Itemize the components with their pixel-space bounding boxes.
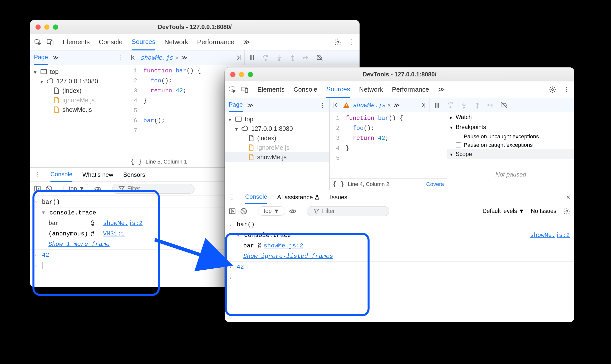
code-editor[interactable]: 12345 function bar() { foo(); return 42;… (330, 112, 447, 178)
drawer-tab-console[interactable]: Console (50, 168, 72, 182)
close-window[interactable] (35, 24, 41, 30)
step-into-icon[interactable] (460, 101, 468, 109)
console-filter[interactable]: Filter (112, 184, 195, 194)
device-toggle-icon[interactable] (240, 84, 250, 95)
tab-performance[interactable]: Performance (392, 81, 429, 98)
drawer-kebab-icon[interactable]: ⋮ (34, 171, 40, 179)
deactivate-breakpoints-icon[interactable] (316, 54, 324, 62)
source-link[interactable]: VM31:1 (103, 230, 125, 237)
live-expression-icon[interactable] (94, 185, 102, 193)
step-out-icon[interactable] (473, 101, 481, 109)
more-tabs-icon[interactable]: ≫ (438, 81, 445, 98)
pretty-print-icon[interactable]: { } (333, 181, 344, 188)
navigator-more-icon[interactable]: ≫ (52, 54, 59, 61)
nav-next-icon[interactable] (419, 101, 427, 109)
coverage-link[interactable]: Covera (426, 181, 444, 187)
tab-console[interactable]: Console (99, 34, 122, 50)
pause-caught-checkbox[interactable]: Pause on caught exceptions (447, 141, 574, 149)
tab-network[interactable]: Network (359, 81, 383, 98)
kebab-icon[interactable]: ⋮ (347, 37, 357, 47)
pause-icon[interactable] (433, 101, 441, 109)
step-icon[interactable] (302, 54, 310, 62)
tab-elements[interactable]: Elements (63, 34, 90, 50)
navigator-kebab-icon[interactable]: ⋮ (319, 102, 325, 109)
drawer-kebab-icon[interactable]: ⋮ (229, 193, 235, 201)
gear-icon[interactable] (547, 84, 558, 95)
open-file-tab[interactable]: showMe.js (353, 102, 385, 109)
navigator-tab-page[interactable]: Page (34, 50, 48, 65)
code-lines[interactable]: function bar() { foo(); return 42;}bar()… (140, 66, 201, 156)
source-link[interactable]: showMe.js:2 (103, 220, 143, 227)
console-settings-icon[interactable] (563, 207, 571, 215)
navigator-tab-page[interactable]: Page (229, 98, 243, 112)
inspect-icon[interactable] (227, 84, 238, 95)
step-over-icon[interactable] (446, 101, 454, 109)
minimize-window[interactable] (239, 72, 244, 77)
drawer-tab-sensors[interactable]: Sensors (123, 168, 145, 182)
navigator-tree[interactable]: top 127.0.0.1:8080 (index) ignoreMe.js s… (225, 112, 330, 190)
tree-host[interactable]: 127.0.0.1:8080 (56, 78, 98, 85)
zoom-window[interactable] (248, 72, 253, 77)
zoom-window[interactable] (53, 24, 58, 30)
kebab-icon[interactable]: ⋮ (561, 84, 572, 95)
sidebar-toggle-icon[interactable] (33, 185, 41, 193)
tree-file-index[interactable]: (index) (62, 87, 81, 94)
nav-prev-icon[interactable] (130, 54, 138, 62)
console-trace-label[interactable]: console.trace (49, 209, 96, 216)
tree-top[interactable]: top (245, 116, 253, 123)
tab-sources[interactable]: Sources (132, 34, 155, 50)
tree-top[interactable]: top (50, 68, 59, 75)
close-window[interactable] (230, 72, 235, 77)
tab-network[interactable]: Network (164, 34, 188, 50)
context-selector[interactable]: top ▼ (63, 184, 90, 193)
tab-overflow-icon[interactable]: ≫ (181, 54, 188, 61)
drawer-close-icon[interactable]: × (566, 193, 570, 201)
step-over-icon[interactable] (262, 54, 270, 62)
clear-console-icon[interactable] (240, 207, 248, 215)
open-file-tab[interactable]: showMe.js (140, 54, 173, 61)
context-selector[interactable]: top ▼ (258, 206, 285, 216)
tree-file-showme[interactable]: showMe.js (62, 106, 92, 113)
watch-section[interactable]: Watch (447, 112, 574, 122)
show-more-frames-link[interactable]: Show 1 more frame (48, 241, 110, 248)
drawer-tab-console[interactable]: Console (245, 190, 267, 204)
close-tab-icon[interactable]: × (175, 54, 179, 61)
show-ignored-frames-link[interactable]: Show ignore-listed frames (243, 253, 333, 260)
step-icon[interactable] (487, 101, 495, 109)
nav-next-icon[interactable] (234, 54, 242, 62)
tree-file-index[interactable]: (index) (257, 135, 276, 142)
pause-icon[interactable] (248, 54, 256, 62)
tab-sources[interactable]: Sources (326, 82, 350, 98)
navigator-more-icon[interactable]: ≫ (247, 102, 253, 109)
minimize-window[interactable] (44, 24, 49, 30)
tab-elements[interactable]: Elements (257, 81, 284, 98)
tab-performance[interactable]: Performance (197, 34, 234, 50)
drawer-tab-issues[interactable]: Issues (330, 190, 347, 204)
breakpoints-section[interactable]: Breakpoints (447, 122, 574, 132)
tree-file-ignoreme[interactable]: ignoreMe.js (62, 97, 95, 104)
step-out-icon[interactable] (289, 54, 297, 62)
gear-icon[interactable] (333, 37, 343, 47)
console-filter[interactable]: Filter (307, 206, 389, 216)
tab-console[interactable]: Console (293, 81, 317, 98)
code-lines[interactable]: function bar() { foo(); return 42;} (342, 113, 403, 178)
step-into-icon[interactable] (275, 54, 283, 62)
sidebar-toggle-icon[interactable] (228, 207, 236, 215)
console-trace-label[interactable]: console.trace (244, 232, 291, 239)
more-tabs-icon[interactable]: ≫ (243, 34, 250, 50)
tree-file-ignoreme[interactable]: ignoreMe.js (257, 144, 289, 151)
live-expression-icon[interactable] (289, 207, 297, 215)
pretty-print-icon[interactable]: { } (130, 158, 142, 166)
navigator-tree[interactable]: top 127.0.0.1:8080 (index) ignoreMe.js s… (30, 65, 127, 167)
device-toggle-icon[interactable] (45, 37, 55, 47)
deactivate-breakpoints-icon[interactable] (500, 101, 508, 109)
scope-section[interactable]: Scope (447, 149, 574, 159)
clear-console-icon[interactable] (45, 185, 53, 193)
issues-link[interactable]: No Issues (531, 208, 556, 214)
pause-uncaught-checkbox[interactable]: Pause on uncaught exceptions (447, 132, 574, 141)
log-levels-selector[interactable]: Default levels ▼ (483, 208, 524, 214)
tree-host[interactable]: 127.0.0.1:8080 (251, 125, 293, 132)
inspect-icon[interactable] (32, 37, 43, 47)
navigator-kebab-icon[interactable]: ⋮ (117, 54, 123, 61)
close-tab-icon[interactable]: × (388, 102, 391, 109)
